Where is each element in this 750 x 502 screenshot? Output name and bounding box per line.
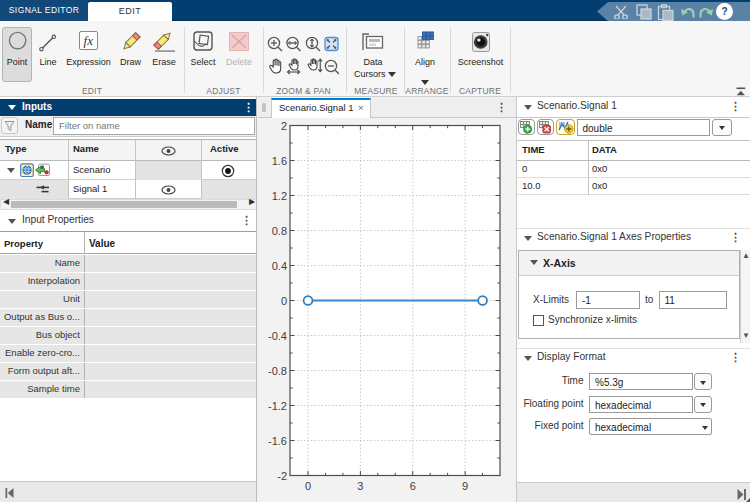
svg-text:6: 6 <box>410 480 416 492</box>
svg-text:-0.4: -0.4 <box>268 330 287 342</box>
svg-text:1.6: 1.6 <box>272 155 287 167</box>
svg-text:-1.2: -1.2 <box>268 400 287 412</box>
svg-text:2: 2 <box>281 120 287 132</box>
svg-text:3: 3 <box>357 480 363 492</box>
svg-text:0: 0 <box>305 480 311 492</box>
svg-text:1.2: 1.2 <box>272 190 287 202</box>
svg-text:0.8: 0.8 <box>272 225 287 237</box>
svg-text:-1.6: -1.6 <box>268 435 287 447</box>
svg-text:-0.8: -0.8 <box>268 365 287 377</box>
svg-text:0.4: 0.4 <box>272 260 287 272</box>
svg-text:0: 0 <box>281 295 287 307</box>
svg-text:-2: -2 <box>277 470 287 482</box>
svg-text:9: 9 <box>462 480 468 492</box>
